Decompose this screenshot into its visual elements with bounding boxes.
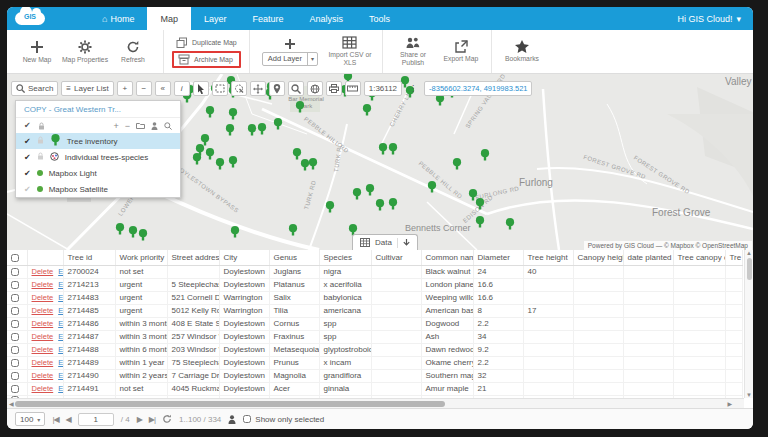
row-checkbox[interactable] (11, 294, 19, 302)
gis-cloud-logo[interactable]: GIS (7, 7, 53, 30)
goto-xy-button[interactable] (269, 81, 285, 96)
data-panel-tab[interactable]: Data (352, 234, 418, 250)
tree-marker[interactable] (273, 116, 284, 134)
vertical-scrollbar[interactable]: ▲ ▼ (744, 250, 753, 398)
tree-marker[interactable] (215, 156, 226, 174)
tree-marker[interactable] (288, 222, 299, 240)
nav-tab-layer[interactable]: Layer (191, 7, 240, 30)
horizontal-scrollbar[interactable]: ◀ ▶ (7, 398, 744, 408)
layer-visibility-check[interactable]: ✔ (24, 185, 31, 194)
tree-marker[interactable] (475, 196, 486, 214)
tree-marker[interactable] (375, 197, 386, 215)
edit-link[interactable]: Edit (58, 293, 63, 302)
tree-marker[interactable] (452, 156, 463, 174)
pan-button[interactable] (250, 81, 266, 96)
layer-visibility-check[interactable]: ✔ (24, 137, 31, 146)
tree-marker[interactable] (115, 221, 126, 239)
column-header[interactable]: City (219, 250, 269, 265)
column-header[interactable]: Genus (269, 250, 319, 265)
toolbar-menu-button[interactable]: ⋮ (405, 81, 421, 96)
tree-marker[interactable] (427, 179, 438, 197)
refresh-icon[interactable] (162, 414, 172, 424)
column-header[interactable]: Tre (725, 250, 742, 265)
tree-marker[interactable] (325, 199, 336, 217)
edit-link[interactable]: Edit (58, 345, 63, 354)
column-header[interactable]: Common name (421, 250, 473, 265)
scroll-right-icon[interactable]: ▶ (727, 400, 732, 407)
edit-link[interactable]: Edit (58, 384, 63, 393)
column-header[interactable]: Canopy height (573, 250, 623, 265)
tree-marker[interactable] (352, 186, 363, 204)
chevron-down-icon[interactable]: ▾ (307, 53, 317, 65)
edit-link[interactable]: Edit (58, 280, 63, 289)
page-number-input[interactable] (78, 413, 114, 426)
delete-link[interactable]: Delete (32, 332, 54, 341)
tree-marker[interactable] (505, 216, 516, 234)
edit-link[interactable]: Edit (58, 306, 63, 315)
tree-marker[interactable] (138, 227, 149, 245)
tree-marker[interactable] (388, 141, 399, 159)
column-header[interactable]: date planted (623, 250, 673, 265)
delete-link[interactable]: Delete (32, 319, 54, 328)
search-button[interactable]: Search (11, 81, 58, 96)
delete-link[interactable]: Delete (32, 371, 54, 380)
user-icon[interactable] (151, 122, 158, 130)
tree-marker[interactable] (295, 99, 306, 117)
column-header[interactable]: Tree canopy conc (673, 250, 725, 265)
import-csv-button[interactable]: Import CSV or XLS (324, 36, 376, 67)
refresh-button[interactable]: Refresh (109, 40, 157, 64)
share-publish-button[interactable]: Share or Publish (389, 36, 437, 67)
add-layer-button[interactable]: Add Layer ▾ (262, 52, 318, 66)
arrow-down-icon[interactable] (403, 239, 410, 247)
row-checkbox[interactable] (11, 307, 19, 315)
row-checkbox[interactable] (11, 333, 19, 341)
edit-link[interactable]: Edit (58, 319, 63, 328)
layer-list-button[interactable]: ≡ Layer List (61, 81, 113, 96)
tree-marker[interactable] (308, 156, 319, 174)
column-header[interactable]: Diameter (473, 250, 523, 265)
lock-icon[interactable] (38, 122, 45, 130)
tree-marker[interactable] (192, 151, 203, 169)
bookmarks-button[interactable]: Bookmarks (498, 40, 546, 63)
delete-link[interactable]: Delete (32, 293, 54, 302)
delete-link[interactable]: Delete (32, 280, 54, 289)
folder-icon[interactable] (136, 122, 145, 129)
duplicate-map-button[interactable]: Duplicate Map (172, 36, 241, 50)
tree-marker[interactable] (205, 104, 216, 122)
next-page-button[interactable]: ▶ (137, 415, 142, 424)
lasso-select-button[interactable] (231, 81, 247, 96)
export-map-button[interactable]: Export Map (437, 40, 485, 63)
row-checkbox[interactable] (11, 359, 19, 367)
measure-button[interactable] (345, 81, 361, 96)
row-checkbox[interactable] (11, 385, 19, 393)
nav-tab-feature[interactable]: Feature (239, 7, 296, 30)
prev-page-button[interactable]: ◀ (66, 415, 71, 424)
nav-tab-map[interactable]: Map (147, 7, 191, 30)
tree-marker[interactable] (362, 102, 373, 120)
user-menu[interactable]: Hi GIS Cloud! ▾ (677, 14, 741, 24)
row-checkbox[interactable] (11, 346, 19, 354)
search-icon[interactable] (164, 122, 172, 130)
column-header[interactable]: Tree id (63, 250, 115, 265)
layer-row-mapbox-satellite[interactable]: ✔Mapbox Satellite (16, 181, 180, 197)
scroll-left-icon[interactable]: ◀ (9, 400, 14, 407)
column-header[interactable]: Species (319, 250, 371, 265)
new-map-button[interactable]: New Map (13, 40, 61, 64)
last-page-button[interactable]: ▶| (149, 415, 155, 424)
page-size-select[interactable]: 100 ▾ (15, 412, 45, 426)
column-header[interactable]: Street address (167, 250, 219, 265)
zoom-area-button[interactable] (288, 81, 304, 96)
delete-link[interactable]: Delete (32, 267, 54, 276)
edit-link[interactable]: Edit (58, 358, 63, 367)
layer-visibility-check[interactable]: ✔ (24, 153, 31, 162)
layer-row-mapbox-light[interactable]: ✔Mapbox Light (16, 165, 180, 181)
tree-marker[interactable] (230, 224, 241, 242)
print-button[interactable] (326, 81, 342, 96)
vertical-scroll-thumb[interactable] (747, 258, 752, 280)
map-canvas[interactable]: Search ≡ Layer List + − « i (7, 74, 753, 250)
tree-marker[interactable] (228, 154, 239, 172)
row-checkbox[interactable] (11, 281, 19, 289)
tree-marker[interactable] (225, 122, 236, 140)
horizontal-scroll-thumb[interactable] (15, 401, 445, 407)
scale-display[interactable]: 1:36112 (364, 81, 402, 96)
